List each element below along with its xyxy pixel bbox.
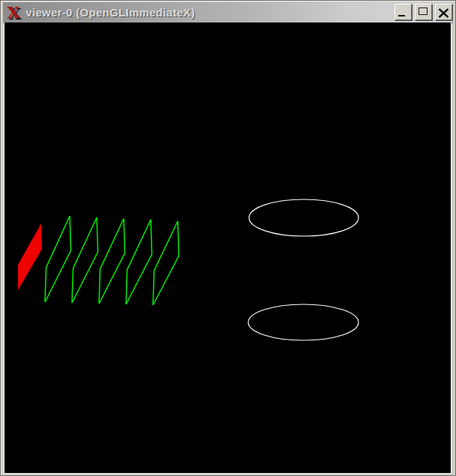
minimize-icon <box>398 15 405 16</box>
titlebar[interactable]: X viewer-0 (OpenGLImmediateX) <box>3 2 453 23</box>
x11-logo-icon[interactable]: X <box>8 4 20 20</box>
window-controls <box>394 4 452 20</box>
close-button[interactable] <box>435 4 452 20</box>
opengl-viewport[interactable] <box>4 22 452 474</box>
window-frame: X viewer-0 (OpenGLImmediateX) <box>0 0 456 476</box>
maximize-icon <box>418 7 428 15</box>
maximize-button[interactable] <box>415 4 432 20</box>
minimize-button[interactable] <box>394 4 412 20</box>
window-title: viewer-0 (OpenGLImmediateX) <box>26 6 195 19</box>
close-icon <box>438 7 449 21</box>
